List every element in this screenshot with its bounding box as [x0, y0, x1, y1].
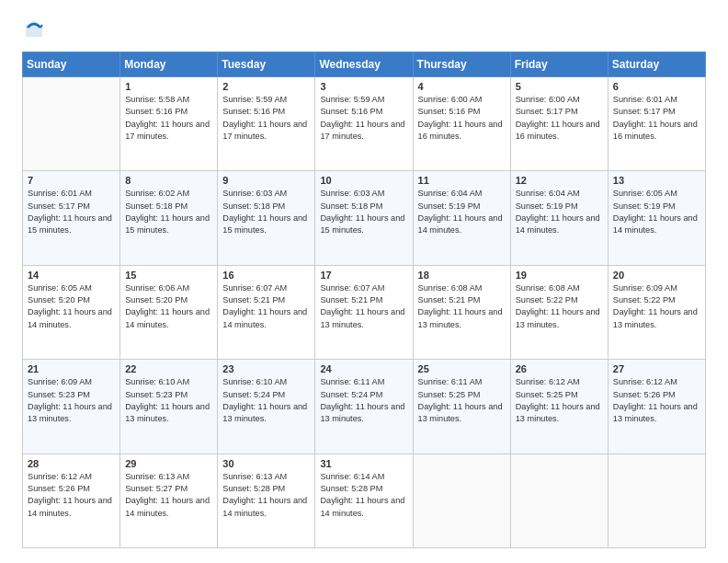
calendar-day-cell: 19Sunrise: 6:08 AMSunset: 5:22 PMDayligh…	[510, 265, 608, 359]
day-number: 1	[125, 81, 212, 92]
calendar-day-cell: 16Sunrise: 6:07 AMSunset: 5:21 PMDayligh…	[218, 265, 315, 359]
calendar-day-cell: 1Sunrise: 5:58 AMSunset: 5:16 PMDaylight…	[120, 77, 218, 171]
day-info: Sunrise: 6:00 AMSunset: 5:16 PMDaylight:…	[418, 94, 506, 143]
day-number: 7	[28, 175, 115, 186]
day-info: Sunrise: 6:05 AMSunset: 5:19 PMDaylight:…	[613, 188, 700, 236]
day-info: Sunrise: 6:02 AMSunset: 5:18 PMDaylight:…	[125, 188, 212, 236]
calendar-day-cell: 12Sunrise: 6:04 AMSunset: 5:19 PMDayligh…	[510, 171, 608, 265]
day-number: 21	[28, 363, 115, 374]
calendar-day-cell: 21Sunrise: 6:09 AMSunset: 5:23 PMDayligh…	[23, 360, 120, 454]
calendar-day-header: Wednesday	[315, 52, 413, 77]
calendar-day-cell: 7Sunrise: 6:01 AMSunset: 5:17 PMDaylight…	[23, 171, 120, 265]
calendar-day-cell: 3Sunrise: 5:59 AMSunset: 5:16 PMDaylight…	[315, 77, 413, 171]
day-info: Sunrise: 6:12 AMSunset: 5:26 PMDaylight:…	[613, 376, 700, 425]
day-info: Sunrise: 6:09 AMSunset: 5:22 PMDaylight:…	[613, 282, 700, 331]
day-info: Sunrise: 6:12 AMSunset: 5:26 PMDaylight:…	[28, 471, 115, 520]
day-info: Sunrise: 6:14 AMSunset: 5:28 PMDaylight:…	[320, 471, 407, 520]
calendar-day-cell: 20Sunrise: 6:09 AMSunset: 5:22 PMDayligh…	[608, 265, 705, 359]
day-info: Sunrise: 6:13 AMSunset: 5:28 PMDaylight:…	[222, 471, 310, 520]
calendar-day-cell: 29Sunrise: 6:13 AMSunset: 5:27 PMDayligh…	[120, 454, 218, 547]
day-number: 28	[28, 458, 115, 469]
day-info: Sunrise: 6:09 AMSunset: 5:23 PMDaylight:…	[28, 376, 115, 425]
calendar-day-cell: 31Sunrise: 6:14 AMSunset: 5:28 PMDayligh…	[315, 454, 413, 547]
day-info: Sunrise: 5:59 AMSunset: 5:16 PMDaylight:…	[222, 94, 310, 143]
day-info: Sunrise: 6:04 AMSunset: 5:19 PMDaylight:…	[516, 188, 603, 236]
day-info: Sunrise: 6:05 AMSunset: 5:20 PMDaylight:…	[28, 282, 115, 331]
day-number: 12	[516, 175, 603, 186]
calendar-day-cell: 26Sunrise: 6:12 AMSunset: 5:25 PMDayligh…	[510, 360, 608, 454]
calendar-week-row: 14Sunrise: 6:05 AMSunset: 5:20 PMDayligh…	[23, 265, 706, 359]
day-number: 3	[320, 81, 407, 92]
calendar-day-cell: 30Sunrise: 6:13 AMSunset: 5:28 PMDayligh…	[218, 454, 315, 547]
day-info: Sunrise: 6:03 AMSunset: 5:18 PMDaylight:…	[222, 188, 310, 236]
logo-text	[22, 18, 44, 39]
day-info: Sunrise: 6:08 AMSunset: 5:22 PMDaylight:…	[516, 282, 603, 331]
day-info: Sunrise: 6:13 AMSunset: 5:27 PMDaylight:…	[125, 471, 212, 520]
day-info: Sunrise: 6:07 AMSunset: 5:21 PMDaylight:…	[320, 282, 407, 331]
day-info: Sunrise: 6:11 AMSunset: 5:25 PMDaylight:…	[418, 376, 506, 425]
day-number: 22	[125, 363, 212, 374]
calendar-day-cell	[413, 454, 510, 547]
day-info: Sunrise: 6:03 AMSunset: 5:18 PMDaylight:…	[320, 188, 407, 236]
calendar-week-row: 7Sunrise: 6:01 AMSunset: 5:17 PMDaylight…	[23, 171, 706, 265]
day-number: 31	[320, 458, 407, 469]
calendar-day-cell	[510, 454, 608, 547]
logo	[22, 18, 44, 39]
calendar-day-cell: 28Sunrise: 6:12 AMSunset: 5:26 PMDayligh…	[23, 454, 120, 547]
logo-icon	[24, 18, 44, 39]
header	[22, 18, 706, 39]
day-number: 5	[516, 81, 603, 92]
day-info: Sunrise: 6:10 AMSunset: 5:23 PMDaylight:…	[125, 376, 212, 425]
calendar-day-cell: 5Sunrise: 6:00 AMSunset: 5:17 PMDaylight…	[510, 77, 608, 171]
day-info: Sunrise: 6:07 AMSunset: 5:21 PMDaylight:…	[222, 282, 310, 331]
calendar-day-header: Thursday	[413, 52, 510, 77]
calendar-day-cell: 10Sunrise: 6:03 AMSunset: 5:18 PMDayligh…	[315, 171, 413, 265]
day-number: 27	[613, 363, 700, 374]
day-info: Sunrise: 6:00 AMSunset: 5:17 PMDaylight:…	[516, 94, 603, 143]
calendar-day-cell: 25Sunrise: 6:11 AMSunset: 5:25 PMDayligh…	[413, 360, 510, 454]
day-number: 18	[418, 270, 506, 281]
calendar-day-cell: 6Sunrise: 6:01 AMSunset: 5:17 PMDaylight…	[608, 77, 705, 171]
day-number: 26	[516, 363, 603, 374]
calendar-day-header: Monday	[120, 52, 218, 77]
day-number: 17	[320, 270, 407, 281]
calendar-day-header: Sunday	[23, 52, 120, 77]
day-number: 6	[613, 81, 700, 92]
day-number: 30	[222, 458, 310, 469]
calendar-day-cell: 23Sunrise: 6:10 AMSunset: 5:24 PMDayligh…	[218, 360, 315, 454]
day-number: 13	[613, 175, 700, 186]
day-info: Sunrise: 6:04 AMSunset: 5:19 PMDaylight:…	[418, 188, 506, 236]
day-number: 9	[222, 175, 310, 186]
day-number: 24	[320, 363, 407, 374]
day-number: 16	[222, 270, 310, 281]
calendar-day-cell: 8Sunrise: 6:02 AMSunset: 5:18 PMDaylight…	[120, 171, 218, 265]
calendar-day-cell: 27Sunrise: 6:12 AMSunset: 5:26 PMDayligh…	[608, 360, 705, 454]
calendar-week-row: 21Sunrise: 6:09 AMSunset: 5:23 PMDayligh…	[23, 360, 706, 454]
day-info: Sunrise: 6:10 AMSunset: 5:24 PMDaylight:…	[222, 376, 310, 425]
day-number: 14	[28, 270, 115, 281]
page: SundayMondayTuesdayWednesdayThursdayFrid…	[0, 0, 728, 563]
day-number: 23	[222, 363, 310, 374]
day-info: Sunrise: 6:01 AMSunset: 5:17 PMDaylight:…	[28, 188, 115, 236]
calendar-day-cell: 14Sunrise: 6:05 AMSunset: 5:20 PMDayligh…	[23, 265, 120, 359]
day-number: 19	[516, 270, 603, 281]
day-info: Sunrise: 6:06 AMSunset: 5:20 PMDaylight:…	[125, 282, 212, 331]
calendar-day-cell: 17Sunrise: 6:07 AMSunset: 5:21 PMDayligh…	[315, 265, 413, 359]
day-number: 2	[222, 81, 310, 92]
day-info: Sunrise: 6:08 AMSunset: 5:21 PMDaylight:…	[418, 282, 506, 331]
day-number: 25	[418, 363, 506, 374]
calendar-week-row: 28Sunrise: 6:12 AMSunset: 5:26 PMDayligh…	[23, 454, 706, 547]
calendar-table: SundayMondayTuesdayWednesdayThursdayFrid…	[22, 52, 706, 548]
day-number: 10	[320, 175, 407, 186]
calendar-day-cell: 18Sunrise: 6:08 AMSunset: 5:21 PMDayligh…	[413, 265, 510, 359]
calendar-day-cell: 2Sunrise: 5:59 AMSunset: 5:16 PMDaylight…	[218, 77, 315, 171]
calendar-day-header: Friday	[510, 52, 608, 77]
calendar-day-cell: 13Sunrise: 6:05 AMSunset: 5:19 PMDayligh…	[608, 171, 705, 265]
day-number: 29	[125, 458, 212, 469]
day-number: 11	[418, 175, 506, 186]
calendar-day-header: Tuesday	[218, 52, 315, 77]
day-number: 4	[418, 81, 506, 92]
calendar-day-header: Saturday	[608, 52, 705, 77]
day-info: Sunrise: 6:12 AMSunset: 5:25 PMDaylight:…	[516, 376, 603, 425]
calendar-day-cell: 15Sunrise: 6:06 AMSunset: 5:20 PMDayligh…	[120, 265, 218, 359]
